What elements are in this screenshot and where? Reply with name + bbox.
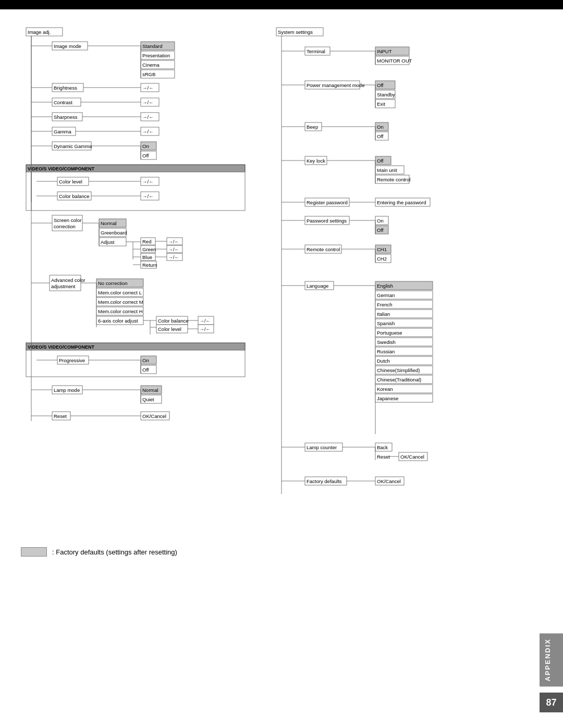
svg-text:Mem.color correct H: Mem.color correct H (98, 309, 143, 314)
svg-text:Korean: Korean (377, 386, 393, 392)
svg-text:Terminal: Terminal (307, 48, 325, 54)
svg-text:→/←: →/← (168, 247, 179, 252)
svg-text:→/←: →/← (142, 100, 154, 105)
svg-text:Swedish: Swedish (377, 339, 396, 345)
svg-text:Password settings: Password settings (307, 218, 347, 224)
svg-text:Off: Off (142, 153, 149, 158)
svg-text:→/←: →/← (168, 255, 179, 260)
appendix-sidebar: APPENDIX (540, 633, 563, 686)
svg-text:On: On (142, 143, 149, 149)
svg-text:Adjust: Adjust (101, 239, 115, 245)
right-diagram-svg: System settings Terminal INPUT MONITOR O… (271, 25, 521, 536)
svg-text:Standby: Standby (377, 92, 395, 97)
left-panel: Image adj. Image mode Standard Presentat… (21, 25, 250, 537)
svg-text:Power management mode: Power management mode (307, 82, 364, 88)
svg-text:Image mode: Image mode (54, 43, 81, 49)
svg-text:OK/Cancel: OK/Cancel (377, 478, 401, 484)
svg-text:Spanish: Spanish (377, 320, 395, 326)
svg-text:Mem.color correct L: Mem.color correct L (98, 290, 142, 295)
svg-text:→/←: →/← (200, 327, 211, 332)
svg-text:Color balance: Color balance (158, 318, 189, 324)
svg-text:Off: Off (377, 158, 384, 164)
svg-text:INPUT: INPUT (377, 48, 392, 54)
svg-text:→/←: →/← (200, 318, 211, 324)
svg-text:Blue: Blue (142, 254, 152, 260)
svg-text:Remote control: Remote control (377, 177, 410, 182)
svg-text:Normal: Normal (142, 387, 158, 393)
svg-text:VIDEO/S VIDEO/COMPONENT: VIDEO/S VIDEO/COMPONENT (28, 166, 95, 171)
svg-text:Standard: Standard (142, 43, 163, 49)
svg-text:Quiet: Quiet (142, 397, 154, 402)
svg-text:Back: Back (377, 445, 388, 450)
svg-text:Off: Off (377, 227, 384, 233)
image-adj-label: Image adj. (28, 29, 51, 35)
svg-text:German: German (377, 292, 395, 298)
svg-text:No correction: No correction (98, 280, 128, 286)
svg-text:Color balance: Color balance (59, 193, 90, 199)
svg-text:Return: Return (142, 262, 157, 268)
svg-text:Sharpness: Sharpness (54, 114, 78, 120)
svg-text:correction: correction (54, 224, 76, 229)
svg-text:Register password: Register password (307, 200, 348, 205)
legend-color-box (21, 547, 47, 557)
legend-area: : Factory defaults (settings after reset… (21, 547, 542, 557)
svg-text:Reset: Reset (377, 454, 390, 460)
svg-text:OK/Cancel: OK/Cancel (142, 413, 166, 419)
svg-text:Cinema: Cinema (142, 62, 160, 68)
top-bar (0, 0, 563, 9)
svg-text:Remote control: Remote control (307, 246, 340, 252)
page-content: Image adj. Image mode Standard Presentat… (0, 9, 563, 567)
svg-text:CH2: CH2 (377, 256, 387, 262)
appendix-label: APPENDIX (544, 638, 552, 681)
svg-text:→/←: →/← (168, 239, 179, 244)
svg-text:→/←: →/← (142, 129, 154, 134)
svg-text:French: French (377, 302, 393, 307)
svg-text:Brightness: Brightness (54, 85, 77, 91)
svg-text:Dutch: Dutch (377, 358, 390, 364)
svg-text:On: On (142, 357, 149, 363)
page-number: 87 (540, 693, 563, 712)
svg-text:Lamp counter: Lamp counter (307, 445, 337, 450)
svg-text:On: On (377, 124, 384, 130)
left-diagram-svg: Image adj. Image mode Standard Presentat… (21, 25, 250, 536)
svg-text:OK/Cancel: OK/Cancel (400, 454, 424, 460)
svg-text:English: English (377, 283, 393, 289)
svg-text:Color level: Color level (158, 326, 181, 332)
svg-text:VIDEO/S VIDEO/COMPONENT: VIDEO/S VIDEO/COMPONENT (28, 344, 95, 350)
svg-text:→/←: →/← (142, 193, 154, 199)
right-panel: System settings Terminal INPUT MONITOR O… (271, 25, 511, 537)
svg-text:Chinese(Traditional): Chinese(Traditional) (377, 377, 421, 382)
svg-text:Off: Off (377, 133, 384, 139)
svg-text:Key lock: Key lock (307, 158, 325, 164)
svg-text:On: On (377, 218, 384, 224)
svg-text:Normal: Normal (101, 220, 117, 226)
svg-text:→/←: →/← (142, 179, 154, 184)
svg-text:Contrast: Contrast (54, 100, 72, 105)
svg-text:→/←: →/← (142, 114, 154, 120)
svg-text:→/←: →/← (142, 85, 154, 91)
svg-text:Beep: Beep (307, 124, 318, 130)
svg-text:Presentation: Presentation (142, 53, 170, 58)
svg-text:Gamma: Gamma (54, 129, 72, 134)
svg-text:Color level: Color level (59, 179, 82, 184)
svg-text:Red: Red (142, 239, 151, 244)
svg-text:adjustment: adjustment (51, 283, 76, 289)
svg-text:Portuguese: Portuguese (377, 330, 402, 336)
svg-text:Progressive: Progressive (59, 357, 85, 363)
svg-text:Chinese(Simplified): Chinese(Simplified) (377, 367, 420, 373)
svg-text:Mem.color correct M: Mem.color correct M (98, 299, 143, 305)
legend-label: : Factory defaults (settings after reset… (52, 548, 177, 556)
svg-text:Off: Off (142, 367, 149, 373)
svg-text:Green: Green (142, 246, 156, 252)
svg-text:Dynamic Gamma: Dynamic Gamma (54, 143, 92, 149)
svg-text:Reset: Reset (54, 413, 67, 419)
svg-text:Russian: Russian (377, 349, 395, 354)
svg-text:CH1: CH1 (377, 246, 387, 252)
svg-text:Lamp mode: Lamp mode (54, 387, 80, 393)
svg-text:Screen color: Screen color (54, 217, 81, 223)
svg-text:Factory defaults: Factory defaults (307, 478, 342, 484)
svg-text:Language: Language (307, 283, 328, 289)
svg-text:MONITOR OUT: MONITOR OUT (377, 58, 412, 64)
svg-text:Off: Off (377, 82, 384, 88)
diagram-area: Image adj. Image mode Standard Presentat… (21, 25, 542, 537)
